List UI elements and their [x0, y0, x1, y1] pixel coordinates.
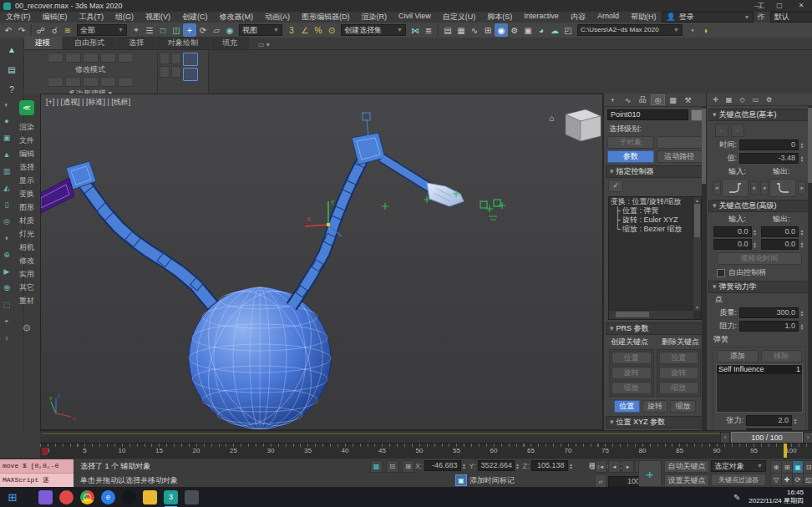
key-filters-button[interactable]: 关键点过滤器 [711, 474, 766, 486]
move-tool-icon[interactable]: ✛ [710, 94, 721, 105]
controller-list-hscrollbar[interactable] [609, 310, 693, 319]
mass-spinner[interactable]: 300.0▲▼ [739, 307, 805, 318]
motion-paths-button[interactable]: 运动路径 [657, 150, 703, 163]
out-x-spinner[interactable]: 0.0▲▼ [761, 226, 806, 237]
layers-list-icon[interactable]: ▤ [5, 63, 18, 76]
modify-tab-icon[interactable]: ∿ [621, 94, 635, 105]
target-icon[interactable]: ⊕ [2, 249, 13, 260]
unlink-selection-icon[interactable]: ☌ [48, 23, 61, 37]
settings-tool-icon[interactable]: ⚙ [764, 94, 774, 105]
render-icon[interactable]: ◕ [535, 23, 548, 37]
rendered-frame-icon[interactable]: ▣ [521, 23, 535, 37]
ribbon-minimize-icon[interactable]: ▭ ▾ [255, 40, 273, 49]
remove-spring-button[interactable]: 移除 [761, 350, 803, 363]
ribbon-button[interactable] [118, 53, 134, 63]
ribbon-button[interactable] [171, 66, 181, 78]
mirror-icon[interactable]: ⋈ [409, 23, 422, 37]
percent-snap-icon[interactable]: % [312, 23, 325, 37]
taskbar-app-folder[interactable] [143, 490, 157, 504]
prs-parameters-header[interactable]: ▾ PRS 参数 [606, 322, 704, 335]
ribbon-button[interactable] [65, 53, 81, 63]
sidebar-category-label[interactable]: 渲染 [19, 120, 34, 134]
taskbar-app-chrome[interactable]: ◯ [80, 490, 94, 504]
assign-controller-button[interactable]: ✓ [608, 180, 623, 192]
keyframe-marker[interactable] [42, 448, 48, 455]
orbit-icon[interactable]: ⟳ [792, 473, 804, 486]
isolate-selection-icon[interactable]: ▩ [370, 460, 383, 473]
menu-item[interactable]: Arnold [591, 12, 625, 23]
ribbon-button[interactable] [83, 53, 99, 63]
in-tangent-right-icon[interactable]: ► [750, 181, 759, 195]
scrollbar-thumb[interactable] [694, 204, 700, 237]
right-bone-chain[interactable] [292, 113, 464, 307]
redo-icon[interactable]: ↷ [15, 23, 28, 37]
bulb-icon[interactable]: ♀ [2, 332, 13, 343]
out-tangent-left-icon[interactable]: ◄ [760, 181, 769, 195]
create-tab-icon[interactable]: + [606, 94, 620, 105]
sub-object-dropdown[interactable] [657, 136, 703, 149]
taskbar-app-purple[interactable] [38, 490, 53, 504]
time-slider-handle[interactable]: 100 / 100 [731, 432, 803, 444]
display-tab-icon[interactable]: ▦ [666, 94, 680, 105]
ribbon-toggle-button[interactable] [183, 53, 198, 66]
zoom-all-icon[interactable]: ⊞ [781, 460, 793, 474]
sidebar-category-label[interactable]: 实用 [19, 267, 34, 281]
sidebar-category-label[interactable]: 重材 [19, 294, 34, 307]
menu-item[interactable]: 视图(V) [140, 12, 176, 23]
named-selection-sets-dropdown[interactable]: 创建选择集▼ [341, 24, 406, 36]
align-icon[interactable]: ≣ [422, 23, 435, 37]
sidebar-category-label[interactable]: 灯光 [19, 227, 34, 241]
view-cube[interactable]: ⌂ [549, 109, 601, 141]
scrollbar-thumb[interactable] [808, 108, 812, 183]
camera-icon[interactable]: ▣ [2, 132, 13, 143]
teapot-icon[interactable]: ◓ [2, 316, 13, 327]
render-preset-icon[interactable]: ◔ [685, 23, 698, 37]
layer-manager-icon[interactable]: ▤ [441, 23, 454, 37]
create-scale-button[interactable]: 缩放 [612, 382, 652, 394]
position-xyz-header[interactable]: ▾ 位置 XYZ 参数 [606, 416, 704, 428]
viewport[interactable]: [+] | [透视] | [标准] | [线框] [40, 94, 603, 430]
zoom-region-icon[interactable]: ⊡ [803, 460, 812, 474]
menu-item[interactable]: 脚本(S) [481, 12, 518, 23]
key-mode-toggle[interactable]: ⇄ [595, 474, 606, 488]
bind-to-space-warp-icon[interactable]: ≋ [61, 23, 74, 37]
start-button[interactable]: ⊞ [0, 491, 25, 504]
time-spinner[interactable]: 0▲▼ [739, 139, 805, 150]
menu-item[interactable]: 编辑(E) [37, 12, 74, 23]
key-info-advanced-header[interactable]: ▾ 关键点信息(高级) [708, 200, 810, 212]
play-box-icon[interactable]: ▶ [2, 266, 13, 276]
box-select-icon[interactable]: ⬚ [2, 299, 13, 310]
scroll-down-icon[interactable]: ▼ [693, 304, 701, 311]
ribbon-button[interactable] [171, 53, 181, 64]
controller-list[interactable]: 变换 : 位置/旋转/缩放 ├ 位置 : 弹簧 ├ 旋转 : Euler XYZ… [608, 196, 702, 320]
sidebar-category-label[interactable]: 其它 [19, 281, 34, 294]
out-tangent-button[interactable] [769, 179, 796, 197]
pen-icon[interactable]: ✎ [733, 493, 740, 502]
spring-list[interactable]: Self Influence 1 [716, 364, 803, 413]
coordinate-system-dropdown[interactable]: 视图▼ [239, 24, 282, 36]
tension-spinner[interactable]: 2.0▲▼ [746, 415, 799, 426]
book-icon[interactable]: ▥ [2, 165, 13, 176]
ribbon-button[interactable] [65, 77, 81, 87]
menu-item[interactable]: 动画(A) [259, 12, 296, 23]
taskbar-app-blue[interactable]: e [101, 490, 115, 504]
rotation-track-button[interactable]: 旋转 [642, 400, 668, 413]
capsule-icon[interactable]: ▯ [2, 199, 13, 210]
sidebar-category-label[interactable]: 材质 [19, 214, 34, 227]
z-coordinate-spinner[interactable]: 105.138▲▼ [531, 460, 575, 471]
select-and-manipulate-icon[interactable]: ◉ [223, 23, 236, 37]
menu-item[interactable]: 文件(F) [0, 12, 37, 23]
render-in-cloud-icon[interactable]: ☁ [548, 23, 561, 37]
scale-track-button[interactable]: 缩放 [670, 400, 696, 413]
prev-frame-icon[interactable]: ◄ [608, 460, 621, 473]
taskbar-app-red[interactable] [59, 490, 74, 504]
light-icon[interactable]: ◐ [2, 99, 13, 109]
render-setup-icon[interactable]: ⚙ [508, 23, 521, 37]
listener-macro-line[interactable]: move $ [0,0,-0 [0, 459, 74, 474]
create-rotation-button[interactable]: 旋转 [612, 367, 652, 379]
pan-icon[interactable]: ✚ [781, 473, 793, 486]
sidebar-category-label[interactable]: 文件 [19, 134, 34, 147]
ribbon-button[interactable] [83, 77, 99, 87]
render-last-icon[interactable]: ◑ [698, 23, 712, 37]
ribbon-tab[interactable]: 自由形式 [63, 37, 116, 49]
